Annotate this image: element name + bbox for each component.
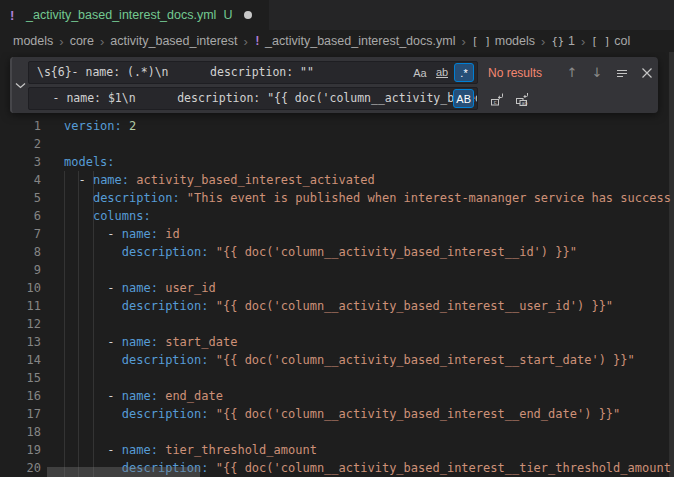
line-content: - name: user_id <box>64 279 216 297</box>
svg-text:c: c <box>494 99 497 105</box>
preserve-case-toggle[interactable]: AB <box>453 89 474 108</box>
breadcrumb-separator-icon: › <box>581 34 585 49</box>
line-content: columns: <box>64 207 151 225</box>
code-line: 12 <box>0 315 674 333</box>
line-content: - name: tier_threshold_amount <box>64 441 317 459</box>
line-content: description: "{{ doc('column__activity_b… <box>64 351 635 369</box>
breadcrumb-item-activity_based_interest[interactable]: activity_based_interest <box>110 34 237 48</box>
line-content: version: 2 <box>64 117 136 135</box>
breadcrumb-label: _activity_based_interest_docs.yml <box>265 34 455 48</box>
line-number: 8 <box>0 243 41 261</box>
replace-input[interactable]: - name: $1\n description: "{{ doc('colum… <box>28 87 478 110</box>
breadcrumb-item-models[interactable]: [ ]models <box>472 34 535 48</box>
breadcrumb-separator-icon: › <box>59 34 63 49</box>
find-in-selection-icon[interactable] <box>611 62 633 84</box>
line-content: description: "{{ doc('column__activity_b… <box>64 297 613 315</box>
next-match-button[interactable]: ↓ <box>586 62 608 84</box>
line-number: 12 <box>0 315 41 333</box>
breadcrumb-item-core[interactable]: core <box>70 34 94 48</box>
code-line: 11 description: "{{ doc('column__activit… <box>0 297 674 315</box>
regex-toggle[interactable]: .* <box>454 63 474 82</box>
breadcrumb-label: col <box>614 34 630 48</box>
line-content: description: "This event is published wh… <box>64 189 671 207</box>
line-content: - name: end_date <box>64 387 223 405</box>
breadcrumb-separator-icon: › <box>100 34 104 49</box>
editor-tab-bar: ! _activity_based_interest_docs.yml U <box>0 0 674 30</box>
line-number: 18 <box>0 423 41 441</box>
code-line: 3models: <box>0 153 674 171</box>
code-lines: 1version: 223models:4 - name: activity_b… <box>0 117 674 477</box>
editor-code-area[interactable]: 1version: 223models:4 - name: activity_b… <box>0 52 674 477</box>
unsaved-changes-dot[interactable] <box>244 11 252 19</box>
line-content: - name: start_date <box>64 333 237 351</box>
vscode-window: ! _activity_based_interest_docs.yml U mo… <box>0 0 674 477</box>
line-number: 9 <box>0 261 41 279</box>
symbol-array-icon: [ ] <box>591 35 610 47</box>
line-number: 17 <box>0 405 41 423</box>
code-line: 9 <box>0 261 674 279</box>
code-line: 19 - name: tier_threshold_amount <box>0 441 674 459</box>
line-content: models: <box>64 153 115 171</box>
find-input[interactable]: \s{6}- name: (.*)\n description: "" Aa a… <box>28 61 478 84</box>
line-number: 20 <box>0 459 41 477</box>
breadcrumb-item-1[interactable]: {}1 <box>551 34 575 48</box>
line-content: description: "{{ doc('column__activity_b… <box>64 243 577 261</box>
svg-text:ab: ab <box>522 99 528 105</box>
whole-word-toggle[interactable]: ab <box>432 63 452 82</box>
breadcrumb-label: models <box>13 34 53 48</box>
replace-button[interactable]: c <box>486 88 508 110</box>
breadcrumb: models›core›activity_based_interest›!_ac… <box>0 30 674 52</box>
code-line: 5 description: "This event is published … <box>0 189 674 207</box>
tab-git-status-badge: U <box>223 8 232 22</box>
tab-activity-based-interest-docs[interactable]: ! _activity_based_interest_docs.yml U <box>0 0 270 30</box>
horizontal-scrollbar-thumb[interactable] <box>47 467 200 477</box>
code-line: 18 <box>0 423 674 441</box>
previous-match-button[interactable]: ↑ <box>561 62 583 84</box>
code-line: 1version: 2 <box>0 117 674 135</box>
code-line: 6 columns: <box>0 207 674 225</box>
toggle-replace-chevron-icon[interactable] <box>10 57 28 113</box>
code-line: 7 - name: id <box>0 225 674 243</box>
match-case-toggle[interactable]: Aa <box>410 63 430 82</box>
line-number: 2 <box>0 135 41 153</box>
line-number: 11 <box>0 297 41 315</box>
breadcrumb-separator-icon: › <box>461 34 465 49</box>
code-line: 16 - name: end_date <box>0 387 674 405</box>
line-content: description: "{{ doc('column__activity_b… <box>64 405 620 423</box>
tab-title: _activity_based_interest_docs.yml <box>26 8 216 22</box>
breadcrumb-separator-icon: › <box>243 34 247 49</box>
breadcrumb-label: models <box>495 34 535 48</box>
line-number: 6 <box>0 207 41 225</box>
replace-value-text: - name: $1\n description: "{{ doc('colum… <box>28 88 477 109</box>
replace-all-button[interactable]: ab <box>511 88 533 110</box>
breadcrumb-separator-icon: › <box>541 34 545 49</box>
code-line: 15 <box>0 369 674 387</box>
line-number: 16 <box>0 387 41 405</box>
symbol-array-icon: [ ] <box>472 35 491 47</box>
yaml-file-icon: ! <box>10 8 24 23</box>
vertical-scrollbar[interactable] <box>669 52 674 477</box>
breadcrumb-item-_activity_based_interest_docs.yml[interactable]: !_activity_based_interest_docs.yml <box>254 34 456 48</box>
line-number: 4 <box>0 171 41 189</box>
line-number: 3 <box>0 153 41 171</box>
breadcrumb-item-models[interactable]: models <box>13 34 53 48</box>
line-number: 15 <box>0 369 41 387</box>
code-line: 2 <box>0 135 674 153</box>
close-find-widget-icon[interactable] <box>636 62 658 84</box>
line-number: 1 <box>0 117 41 135</box>
breadcrumb-label: activity_based_interest <box>110 34 237 48</box>
breadcrumb-item-col[interactable]: [ ]col <box>591 34 630 48</box>
line-number: 5 <box>0 189 41 207</box>
code-line: 13 - name: start_date <box>0 333 674 351</box>
find-replace-widget: \s{6}- name: (.*)\n description: "" Aa a… <box>10 57 658 113</box>
code-line: 10 - name: user_id <box>0 279 674 297</box>
breadcrumb-label: core <box>70 34 94 48</box>
symbol-object-icon: {} <box>551 35 564 47</box>
breadcrumb-label: 1 <box>568 34 575 48</box>
find-results-count: No results <box>488 66 558 80</box>
code-line: 14 description: "{{ doc('column__activit… <box>0 351 674 369</box>
line-number: 14 <box>0 351 41 369</box>
line-number: 7 <box>0 225 41 243</box>
line-number: 19 <box>0 441 41 459</box>
line-content: - name: activity_based_interest_activate… <box>64 171 375 189</box>
